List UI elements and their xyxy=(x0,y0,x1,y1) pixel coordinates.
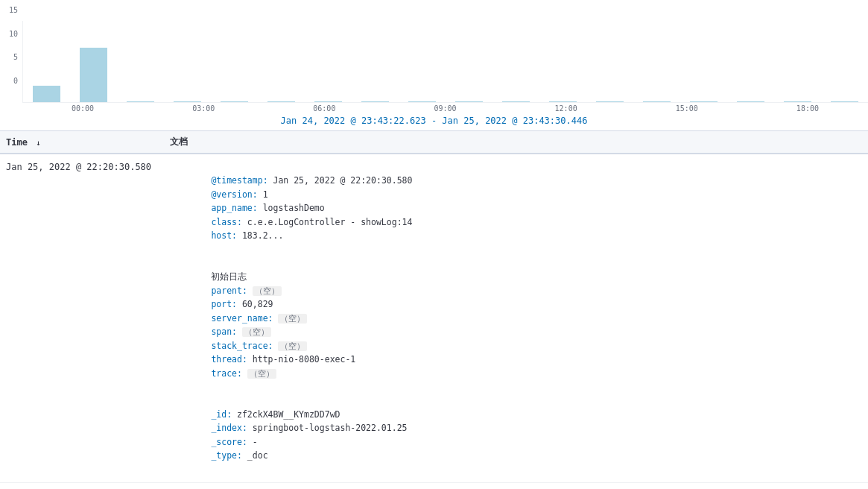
bar-8 xyxy=(408,101,437,102)
y-axis: 0 5 10 15 xyxy=(0,6,21,88)
log-line-1: 初始日志 parent: （空） port: 60,829 server_nam… xyxy=(170,256,862,394)
x-label-0: 00:00 xyxy=(22,104,143,113)
histogram-chart: 0 5 10 15 xyxy=(0,0,868,131)
table-header: Time ↓ 文档 xyxy=(0,131,868,154)
bar-10 xyxy=(502,101,530,102)
bar-16 xyxy=(784,101,812,102)
bar-2 xyxy=(127,101,155,102)
col-doc-header: 文档 xyxy=(170,136,862,148)
table-row: Jan 25, 2022 @ 22:20:30.580 @timestamp: … xyxy=(0,154,868,483)
bar-group-9[interactable] xyxy=(446,21,492,102)
bar-group-17[interactable] xyxy=(821,21,868,102)
bars-area xyxy=(22,21,868,103)
x-label-4: 12:00 xyxy=(506,104,627,113)
bar-group-5[interactable] xyxy=(258,21,305,102)
bar-group-8[interactable] xyxy=(399,21,446,102)
y-label-0: 0 xyxy=(0,77,21,85)
bar-group-12[interactable] xyxy=(586,21,633,102)
sort-icon: ↓ xyxy=(36,139,40,147)
bar-6 xyxy=(314,101,343,102)
time-header-label: Time xyxy=(6,137,28,148)
log-line-0: @timestamp: Jan 25, 2022 @ 22:20:30.580 … xyxy=(170,160,862,256)
x-label-1: 03:00 xyxy=(143,104,264,113)
bar-7 xyxy=(361,101,390,102)
bar-11 xyxy=(549,101,577,102)
bar-0 xyxy=(33,86,61,102)
y-label-10: 10 xyxy=(0,30,21,38)
log-timestamp[interactable]: Jan 25, 2022 @ 22:20:30.580 xyxy=(0,159,164,478)
bar-3 xyxy=(174,101,202,102)
bar-group-2[interactable] xyxy=(117,21,164,102)
y-label-5: 5 xyxy=(0,53,21,61)
log-line-2: _id: zf2ckX4BW__KYmzDD7wD _index: spring… xyxy=(170,394,862,476)
table-row: Jan 25, 2022 @ 22:20:30.580 @timestamp: … xyxy=(0,483,868,489)
bar-group-15[interactable] xyxy=(727,21,774,102)
x-label-6: 18:00 xyxy=(747,104,868,113)
bar-group-14[interactable] xyxy=(680,21,727,102)
x-label-5: 15:00 xyxy=(627,104,747,113)
bar-5 xyxy=(267,101,296,102)
bar-group-0[interactable] xyxy=(23,21,70,102)
bar-17 xyxy=(831,101,859,102)
x-label-2: 06:00 xyxy=(264,104,384,113)
bar-4 xyxy=(221,101,249,102)
y-label-15: 15 xyxy=(0,6,21,14)
bar-9 xyxy=(455,101,484,102)
bar-12 xyxy=(596,101,624,102)
time-range[interactable]: Jan 24, 2022 @ 23:43:22.623 - Jan 25, 20… xyxy=(0,113,868,130)
bar-group-3[interactable] xyxy=(164,21,211,102)
bar-group-4[interactable] xyxy=(211,21,258,102)
log-doc: @timestamp: Jan 25, 2022 @ 22:20:30.580 … xyxy=(164,159,868,478)
bar-13 xyxy=(643,101,671,102)
bar-group-13[interactable] xyxy=(633,21,680,102)
bar-group-16[interactable] xyxy=(774,21,821,102)
bar-15 xyxy=(737,101,765,102)
bar-group-11[interactable] xyxy=(539,21,586,102)
x-axis: 00:00 03:00 06:00 09:00 12:00 15:00 18:0… xyxy=(0,104,868,113)
bar-group-10[interactable] xyxy=(492,21,539,102)
bar-14 xyxy=(690,101,718,102)
bar-1 xyxy=(80,48,108,102)
log-table: Time ↓ 文档 Jan 25, 2022 @ 22:20:30.580 @t… xyxy=(0,131,868,489)
bar-group-7[interactable] xyxy=(352,21,399,102)
bar-group-1[interactable] xyxy=(70,21,117,102)
doc-header-label: 文档 xyxy=(170,136,188,147)
col-time-header[interactable]: Time ↓ xyxy=(6,137,170,148)
x-label-3: 09:00 xyxy=(384,104,505,113)
bar-group-6[interactable] xyxy=(305,21,352,102)
